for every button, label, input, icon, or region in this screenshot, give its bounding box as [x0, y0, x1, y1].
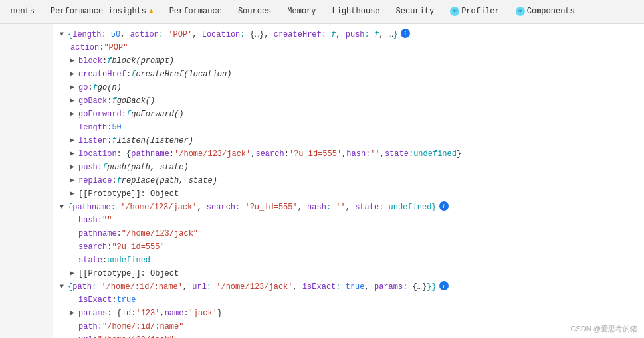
expand-arrow[interactable] — [70, 161, 77, 173]
line-goBack[interactable]: goBack: f goBack() — [53, 94, 644, 108]
nav-label: Security — [396, 7, 435, 16]
expand-arrow[interactable] — [60, 281, 66, 293]
line-prototype-2[interactable]: [[Prototype]]: Object — [53, 267, 644, 280]
alert-icon: ▲ — [149, 7, 154, 15]
info-icon[interactable]: i — [401, 29, 410, 38]
nav-label: ments — [11, 7, 35, 16]
line-go[interactable]: go: f go(n) — [53, 81, 644, 94]
section-1-header[interactable]: {length: 50, action: 'POP', Location: {…… — [53, 28, 644, 41]
console-output[interactable]: {length: 50, action: 'POP', Location: {…… — [53, 24, 644, 338]
sidebar — [0, 24, 53, 338]
watermark: CSDN @爱思考的猪 — [571, 324, 637, 334]
nav-item-profiler[interactable]: ⚛ Profiler — [442, 0, 508, 23]
nav-label: Profiler — [461, 7, 500, 16]
expand-arrow[interactable] — [70, 188, 77, 200]
nav-item-elements[interactable]: ments — [3, 0, 43, 23]
expand-arrow[interactable] — [70, 82, 77, 94]
line-isexact: isExact: true — [53, 294, 644, 307]
line-length: length: 50 — [53, 121, 644, 134]
line-prototype-1[interactable]: [[Prototype]]: Object — [53, 187, 644, 201]
line-createHref[interactable]: createHref: f createHref(location) — [53, 68, 644, 81]
nav-label: Performance — [169, 7, 222, 16]
line-params[interactable]: params: {id: '123', name: 'jack'} — [53, 307, 644, 320]
content-area: {length: 50, action: 'POP', Location: {…… — [0, 24, 644, 338]
line-search: search: "?u_id=555" — [53, 240, 644, 254]
line-action: action: "POP" — [53, 41, 644, 54]
section-header-text: {pathname: '/home/123/jack', search: '?u… — [68, 201, 437, 213]
section-3-header[interactable]: {path: '/home/:id/:name', url: '/home/12… — [53, 280, 644, 294]
expand-arrow[interactable] — [70, 55, 77, 67]
nav-item-security[interactable]: Security — [388, 0, 443, 23]
nav-item-memory[interactable]: Memory — [279, 0, 324, 23]
react-icon: ⚛ — [516, 7, 525, 16]
dev-tools-navbar: ments Performance insights ▲ Performance… — [0, 0, 644, 24]
section-header-text: {length: 50, action: 'POP', Location: {…… — [68, 29, 398, 41]
nav-item-performance[interactable]: Performance — [161, 0, 230, 23]
react-icon: ⚛ — [450, 7, 459, 16]
line-pathname: pathname: "/home/123/jack" — [53, 227, 644, 240]
line-listen[interactable]: listen: f listen(listener) — [53, 134, 644, 147]
expand-arrow[interactable] — [70, 68, 77, 80]
expand-arrow[interactable] — [70, 148, 77, 160]
section-header-text: {path: '/home/:id/:name', url: '/home/12… — [68, 281, 437, 293]
line-url: url: "/home/123/jack" — [53, 333, 644, 338]
nav-item-sources[interactable]: Sources — [230, 0, 279, 23]
nav-label: Lighthouse — [332, 7, 380, 16]
info-icon[interactable]: i — [439, 281, 449, 290]
expand-arrow[interactable] — [70, 135, 77, 147]
expand-arrow[interactable] — [70, 307, 77, 319]
info-icon[interactable]: i — [439, 201, 449, 211]
line-hash: hash: "" — [53, 214, 644, 227]
expand-arrow[interactable] — [70, 175, 77, 187]
expand-arrow[interactable] — [70, 95, 77, 107]
expand-arrow[interactable] — [60, 201, 66, 213]
expand-arrow[interactable] — [70, 108, 77, 120]
line-push[interactable]: push: f push(path, state) — [53, 161, 644, 174]
nav-item-components[interactable]: ⚛ Components — [508, 0, 583, 23]
line-state: state: undefined — [53, 254, 644, 267]
nav-label: Sources — [238, 7, 271, 16]
nav-label: Performance insights — [51, 7, 146, 16]
line-block[interactable]: block: f block(prompt) — [53, 54, 644, 68]
nav-label: Memory — [287, 7, 316, 16]
expand-arrow[interactable] — [60, 29, 66, 41]
nav-item-performance-insights[interactable]: Performance insights ▲ — [43, 0, 161, 23]
section-2-header[interactable]: {pathname: '/home/123/jack', search: '?u… — [53, 201, 644, 214]
line-location[interactable]: location: {pathname: '/home/123/jack', s… — [53, 147, 644, 161]
expand-arrow[interactable] — [70, 268, 77, 280]
nav-label: Components — [527, 7, 575, 16]
line-path: path: "/home/:id/:name" — [53, 320, 644, 333]
line-replace[interactable]: replace: f replace(path, state) — [53, 174, 644, 187]
line-goForward[interactable]: goForward: f goForward() — [53, 108, 644, 121]
nav-item-lighthouse[interactable]: Lighthouse — [324, 0, 388, 23]
